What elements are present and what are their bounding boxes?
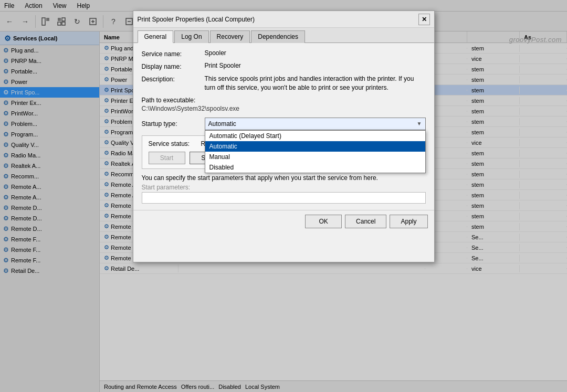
start-button[interactable]: Start bbox=[149, 152, 185, 164]
display-name-value: Print Spooler bbox=[205, 62, 426, 69]
tab-general[interactable]: General bbox=[138, 30, 174, 43]
service-name-label: Service name: bbox=[142, 49, 205, 58]
startup-dropdown-wrapper: Automatic ▼ Automatic (Delayed Start) Au… bbox=[205, 118, 426, 130]
apply-button[interactable]: Apply bbox=[390, 215, 427, 228]
display-name-row: Display name: Print Spooler bbox=[142, 62, 426, 70]
startup-type-row: Startup type: Automatic ▼ Automatic (Del… bbox=[142, 118, 426, 130]
modal-overlay: Print Spooler Properties (Local Computer… bbox=[0, 0, 567, 392]
dialog-close-button[interactable]: ✕ bbox=[418, 14, 430, 25]
path-section: Path to executable: C:\Windows\System32\… bbox=[142, 97, 426, 112]
startup-dropdown-list: Automatic (Delayed Start) Automatic Manu… bbox=[205, 130, 426, 173]
startup-selected-value: Automatic bbox=[208, 120, 236, 128]
dialog-titlebar: Print Spooler Properties (Local Computer… bbox=[133, 11, 434, 28]
option-disabled[interactable]: Disabled bbox=[205, 162, 425, 173]
start-params-section: You can specify the start parameters tha… bbox=[142, 174, 426, 204]
dialog-title: Print Spooler Properties (Local Computer… bbox=[138, 16, 255, 23]
dialog-print-spooler: Print Spooler Properties (Local Computer… bbox=[133, 10, 435, 262]
description-row: Description: This service spools print j… bbox=[142, 75, 426, 92]
path-label: Path to executable: bbox=[142, 97, 426, 104]
params-field-label: Start parameters: bbox=[142, 184, 426, 191]
startup-type-label: Startup type: bbox=[142, 120, 205, 128]
service-name-row: Service name: Spooler bbox=[142, 49, 426, 58]
service-status-label: Service status: bbox=[149, 140, 201, 147]
startup-dropdown[interactable]: Automatic ▼ bbox=[205, 118, 426, 130]
option-manual[interactable]: Manual bbox=[205, 152, 425, 162]
description-value: This service spools print jobs and handl… bbox=[205, 75, 426, 92]
tab-bar: General Log On Recovery Dependencies bbox=[133, 28, 434, 43]
option-auto-delayed[interactable]: Automatic (Delayed Start) bbox=[205, 131, 425, 141]
dialog-footer: OK Cancel Apply bbox=[133, 210, 434, 235]
display-name-label: Display name: bbox=[142, 62, 205, 70]
dialog-body: Service name: Spooler Display name: Prin… bbox=[133, 43, 434, 210]
ok-button[interactable]: OK bbox=[305, 215, 342, 228]
dropdown-arrow-icon: ▼ bbox=[417, 121, 422, 126]
tab-logon[interactable]: Log On bbox=[174, 30, 208, 43]
tab-recovery[interactable]: Recovery bbox=[210, 30, 250, 43]
cancel-button[interactable]: Cancel bbox=[345, 215, 386, 228]
path-value: C:\Windows\System32\spoolsv.exe bbox=[142, 105, 426, 112]
params-hint-text: You can specify the start parameters tha… bbox=[142, 174, 426, 182]
service-name-value: Spooler bbox=[205, 49, 426, 57]
description-label: Description: bbox=[142, 75, 205, 83]
tab-dependencies[interactable]: Dependencies bbox=[251, 30, 305, 43]
params-input[interactable] bbox=[142, 192, 426, 204]
option-automatic[interactable]: Automatic bbox=[205, 141, 425, 152]
